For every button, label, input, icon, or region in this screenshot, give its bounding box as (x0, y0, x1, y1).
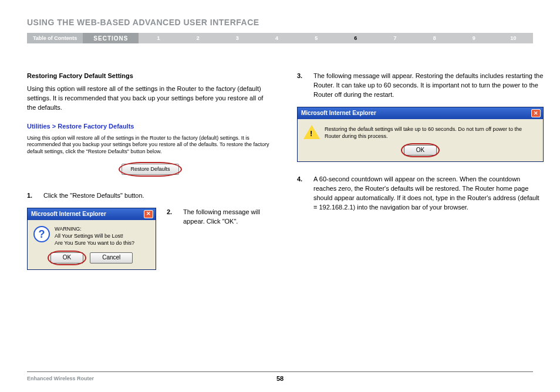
dialog-title: Microsoft Internet Explorer (31, 210, 106, 219)
ok-button[interactable]: OK (50, 252, 83, 263)
utilities-breadcrumb: Utilities > Restore Factory Defaults (27, 122, 274, 131)
dialog-buttons: OK Cancel (28, 252, 156, 269)
dialog-titlebar: Microsoft Internet Explorer ✕ (28, 208, 156, 221)
ie-warning-dialog: Microsoft Internet Explorer ✕ ? WARNING:… (27, 208, 156, 270)
section-6[interactable]: 6 (336, 33, 375, 43)
page-number: 58 (276, 375, 284, 382)
section-7[interactable]: 7 (375, 33, 414, 43)
step-2: 2. The following message will appear. Cl… (167, 208, 274, 227)
restore-defaults-label: Restore Defaults (130, 166, 170, 172)
toc-link[interactable]: Table of Contents (27, 33, 83, 43)
section-1[interactable]: 1 (139, 33, 178, 43)
utilities-description: Using this option will restore all of th… (27, 135, 274, 156)
content-columns: Restoring Factory Default Settings Using… (27, 72, 533, 270)
sections-label: SECTIONS (83, 33, 139, 43)
page-title: USING THE WEB-BASED ADVANCED USER INTERF… (27, 18, 533, 27)
section-4[interactable]: 4 (257, 33, 296, 43)
restore-button-wrap: Restore Defaults (27, 164, 274, 175)
intro-paragraph: Using this option will restore all of th… (27, 85, 274, 113)
step-text: The following message will appear. Resto… (313, 72, 544, 100)
restore-defaults-button[interactable]: Restore Defaults (122, 164, 178, 175)
section-subhead: Restoring Factory Default Settings (27, 72, 274, 81)
step-text: Click the "Restore Defaults" button. (43, 191, 274, 201)
dialog-message: WARNING: All Your Settings Will be Lost!… (55, 226, 134, 246)
step-number: 1. (27, 191, 35, 201)
section-nav: Table of Contents SECTIONS 1 2 3 4 5 6 7… (27, 33, 533, 43)
cancel-button[interactable]: Cancel (90, 252, 133, 263)
step-text: A 60-second countdown will appear on the… (313, 175, 544, 212)
question-icon: ? (33, 226, 50, 242)
close-icon[interactable]: ✕ (531, 109, 541, 117)
dialog-buttons: OK (298, 145, 543, 162)
step-1: 1. Click the "Restore Defaults" button. (27, 191, 274, 201)
step-number: 3. (297, 72, 305, 100)
product-name: Enhanced Wireless Router (27, 376, 94, 381)
section-10[interactable]: 10 (494, 33, 533, 43)
dialog-message: Restoring the default settings will take… (325, 124, 537, 140)
ie-restore-dialog: Microsoft Internet Explorer ✕ Restoring … (297, 107, 544, 162)
section-8[interactable]: 8 (415, 33, 454, 43)
dialog-title: Microsoft Internet Explorer (301, 109, 376, 118)
left-column: Restoring Factory Default Settings Using… (27, 72, 274, 270)
step-4: 4. A 60-second countdown will appear on … (297, 175, 544, 212)
right-column: 3. The following message will appear. Re… (297, 72, 544, 270)
step-text: The following message will appear. Click… (183, 208, 274, 227)
ok-button[interactable]: OK (404, 145, 437, 156)
step-3: 3. The following message will appear. Re… (297, 72, 544, 100)
step-number: 2. (167, 208, 175, 227)
page-footer: Enhanced Wireless Router 58 (27, 371, 533, 381)
section-5[interactable]: 5 (296, 33, 336, 43)
warning-icon (303, 125, 320, 139)
close-icon[interactable]: ✕ (144, 210, 153, 218)
dialog-titlebar: Microsoft Internet Explorer ✕ (298, 107, 543, 120)
section-2[interactable]: 2 (178, 33, 218, 43)
step-number: 4. (297, 175, 305, 212)
section-9[interactable]: 9 (454, 33, 494, 43)
section-3[interactable]: 3 (218, 33, 257, 43)
